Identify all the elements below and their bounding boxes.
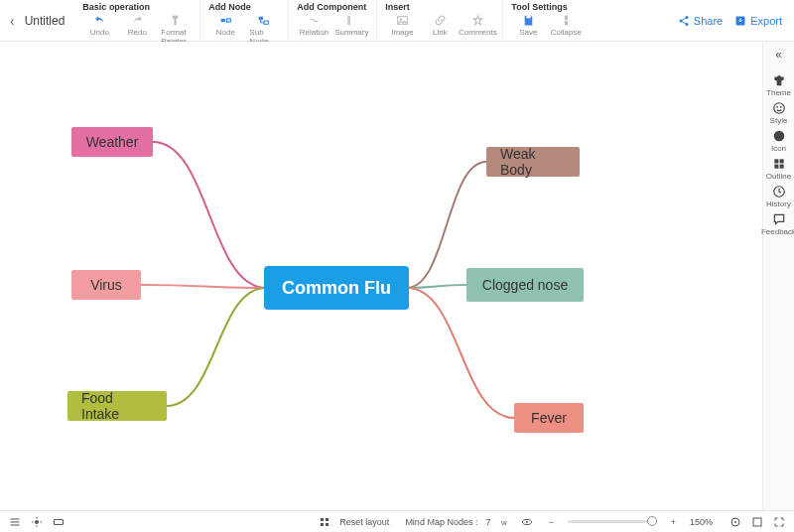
- right-panel: « ThemeStyleIconOutlineHistoryFeedback: [762, 42, 794, 510]
- share-button[interactable]: Share: [678, 15, 723, 27]
- summary-btn[interactable]: Summary: [334, 13, 368, 38]
- save-btn-icon: [522, 14, 535, 27]
- tb-group-0: Basic operationUndoRedoFormat Painter: [74, 0, 199, 41]
- fullscreen-icon[interactable]: [772, 515, 786, 529]
- export-button[interactable]: Export: [734, 15, 782, 27]
- node-clogged[interactable]: Clogged nose: [466, 268, 584, 302]
- svg-rect-9: [565, 16, 568, 20]
- doc-title[interactable]: Untitled: [25, 14, 66, 28]
- bottom-bar: Reset layout Mind Map Nodes : 7 W − + 15…: [0, 510, 794, 532]
- node-weather-edge: [153, 142, 266, 288]
- eye-icon[interactable]: [520, 515, 534, 529]
- node-food[interactable]: Food Intake: [67, 391, 167, 421]
- rp-style[interactable]: Style: [761, 101, 794, 125]
- rp-feedback-label: Feedback: [761, 227, 794, 236]
- rp-history[interactable]: History: [761, 185, 794, 208]
- toolbar-left: ‹ Untitled: [0, 0, 74, 41]
- share-icon: [678, 15, 690, 27]
- svg-point-17: [779, 106, 781, 108]
- image-btn[interactable]: Image: [385, 13, 419, 38]
- fit-icon[interactable]: [750, 515, 764, 529]
- view-keyboard-icon[interactable]: [52, 515, 66, 529]
- save-btn[interactable]: Save: [511, 13, 545, 38]
- svg-point-41: [734, 521, 736, 523]
- svg-rect-36: [326, 523, 329, 526]
- image-btn-label: Image: [391, 28, 413, 37]
- view-sun-icon[interactable]: [30, 515, 44, 529]
- svg-rect-21: [774, 165, 778, 169]
- tb-group-4: Tool SettingsSaveCollapse: [502, 0, 591, 41]
- collapse-btn[interactable]: Collapse: [549, 13, 583, 38]
- redo-btn-icon: [131, 14, 144, 27]
- svg-rect-4: [258, 17, 262, 20]
- rp-theme-icon: [772, 73, 786, 87]
- panel-collapse-icon[interactable]: «: [775, 48, 782, 62]
- node-fever[interactable]: Fever: [514, 403, 584, 433]
- toolbar-groups: Basic operationUndoRedoFormat PainterAdd…: [74, 0, 665, 41]
- node-virus-edge: [141, 285, 266, 288]
- tb-group-title: Tool Settings: [511, 2, 583, 12]
- rp-outline-label: Outline: [766, 172, 791, 181]
- node-virus[interactable]: Virus: [71, 270, 141, 300]
- node-center[interactable]: Common Flu: [266, 268, 407, 308]
- back-icon[interactable]: ‹: [6, 9, 19, 33]
- node-btn-icon: [219, 14, 232, 27]
- zoom-out-button[interactable]: −: [548, 517, 553, 527]
- relation-btn[interactable]: Relation: [297, 13, 331, 38]
- tb-group-title: Basic operation: [82, 2, 192, 12]
- zoom-in-button[interactable]: +: [671, 517, 676, 527]
- rp-style-icon: [772, 101, 786, 115]
- undo-btn-icon: [93, 14, 106, 27]
- svg-point-27: [35, 520, 39, 524]
- svg-point-39: [526, 521, 528, 523]
- svg-text:W: W: [501, 519, 507, 525]
- view-list-icon[interactable]: [8, 515, 22, 529]
- image-btn-icon: [396, 14, 409, 27]
- comments-btn[interactable]: Comments: [461, 13, 494, 38]
- node-fever-edge: [407, 288, 514, 418]
- reset-layout-icon[interactable]: [318, 515, 331, 529]
- tb-group-3: InsertImageLinkComments: [376, 0, 502, 41]
- link-btn-icon: [434, 14, 447, 27]
- rp-style-label: Style: [770, 116, 788, 125]
- node-weakbody[interactable]: Weak Body: [486, 147, 580, 177]
- svg-rect-22: [779, 165, 783, 169]
- subnode-btn-icon: [257, 14, 270, 27]
- svg-point-18: [773, 131, 784, 142]
- svg-point-7: [400, 18, 402, 20]
- svg-point-16: [776, 106, 778, 108]
- export-label: Export: [750, 15, 782, 27]
- summary-btn-icon: [345, 14, 358, 27]
- tb-group-1: Add NodeNodeSub Node: [199, 0, 288, 41]
- tb-group-2: Add ComponentRelationSummary: [288, 0, 376, 41]
- toolbar-right: Share Export: [666, 0, 794, 41]
- share-label: Share: [694, 15, 723, 27]
- zoom-slider[interactable]: [568, 520, 657, 523]
- link-btn-label: Link: [433, 28, 448, 37]
- tb-group-title: Insert: [385, 2, 494, 12]
- reset-layout-label[interactable]: Reset layout: [339, 517, 389, 527]
- rp-feedback[interactable]: Feedback: [761, 212, 794, 236]
- export-icon: [734, 15, 746, 27]
- word-count-icon[interactable]: W: [498, 515, 512, 529]
- svg-rect-2: [220, 19, 224, 22]
- comments-btn-icon: [471, 14, 484, 27]
- svg-rect-42: [753, 518, 761, 526]
- center-icon[interactable]: [728, 515, 742, 529]
- comments-btn-label: Comments: [459, 28, 497, 37]
- svg-rect-35: [321, 523, 324, 526]
- relation-btn-icon: [308, 14, 321, 27]
- nodes-count-label: Mind Map Nodes :: [405, 517, 477, 527]
- link-btn[interactable]: Link: [423, 13, 457, 38]
- svg-rect-25: [11, 521, 20, 522]
- toolbar: ‹ Untitled Basic operationUndoRedoFormat…: [0, 0, 794, 42]
- canvas[interactable]: Common FluWeatherVirusFood IntakeWeak Bo…: [0, 42, 762, 510]
- svg-rect-0: [173, 16, 178, 19]
- node-weather[interactable]: Weather: [71, 127, 153, 157]
- rp-theme[interactable]: Theme: [761, 73, 794, 97]
- rp-feedback-icon: [772, 212, 786, 226]
- rp-theme-label: Theme: [766, 88, 791, 97]
- rp-outline[interactable]: Outline: [761, 157, 794, 181]
- rp-icon[interactable]: Icon: [761, 129, 794, 153]
- rp-icon-icon: [772, 129, 786, 143]
